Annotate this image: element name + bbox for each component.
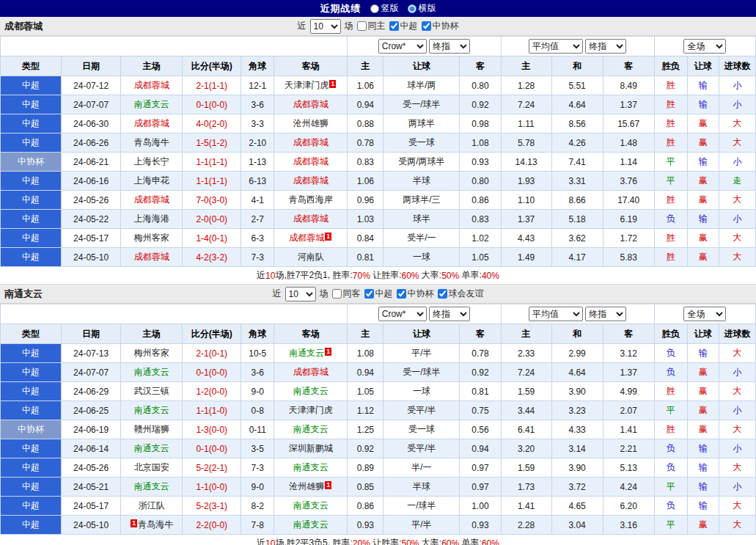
- home-team-link[interactable]: 成都蓉城: [134, 118, 169, 128]
- home-team-link[interactable]: 1青岛海牛: [130, 519, 173, 530]
- bookmaker-select[interactable]: Crow*: [378, 307, 427, 321]
- home-team-link[interactable]: 南通支云: [134, 367, 169, 377]
- score-link[interactable]: 1-1(0-0): [196, 482, 227, 492]
- layout-radio-horizontal[interactable]: 横版: [408, 2, 436, 15]
- cfa-cup-checkbox-input[interactable]: [422, 21, 431, 31]
- away-team-link[interactable]: 南通支云: [293, 386, 329, 396]
- same-away-checkbox-input[interactable]: [332, 289, 342, 299]
- score-cell: 4-0(2-0): [183, 114, 241, 133]
- score-link[interactable]: 4-2(3-2): [196, 252, 227, 263]
- horizontal-radio-input[interactable]: [408, 4, 416, 13]
- filter-checkbox-club-friendly[interactable]: 球会友谊: [438, 288, 484, 300]
- away-team-link[interactable]: 成都蓉城: [293, 367, 329, 377]
- away-team-link[interactable]: 成都蓉城: [293, 213, 329, 224]
- home-team-link[interactable]: 北京国安: [134, 462, 169, 472]
- score-link[interactable]: 1-1(1-1): [196, 157, 227, 167]
- score-link[interactable]: 1-4(0-1): [196, 233, 227, 244]
- away-team-link[interactable]: 南通支云: [293, 424, 329, 434]
- score-link[interactable]: 2-2(0-0): [196, 520, 227, 530]
- home-team-link[interactable]: 成都蓉城: [134, 252, 169, 262]
- home-team-link[interactable]: 上海长宁: [134, 156, 169, 167]
- home-team-link[interactable]: 南通支云: [134, 405, 169, 415]
- away-team-link[interactable]: 南通支云1: [289, 348, 332, 358]
- bookmaker-select[interactable]: Crow*: [378, 39, 427, 54]
- away-team-link[interactable]: 成都蓉城: [293, 156, 329, 167]
- score-link[interactable]: 0-1(0-0): [196, 367, 227, 378]
- home-team-link[interactable]: 成都蓉城: [134, 80, 169, 90]
- home-team-link[interactable]: 上海海港: [134, 213, 169, 224]
- score-cell: 0-1(0-0): [183, 439, 241, 458]
- europe-index-select[interactable]: 终指: [585, 39, 626, 54]
- recent-count-select[interactable]: 10: [310, 19, 341, 34]
- filter-checkbox-cfa-cup[interactable]: 中协杯: [397, 288, 434, 300]
- vertical-radio-input[interactable]: [370, 4, 379, 13]
- scope-select[interactable]: 全场: [683, 307, 726, 321]
- away-team-link[interactable]: 沧州雄狮: [293, 118, 329, 128]
- filter-checkbox-csl[interactable]: 中超: [364, 288, 393, 300]
- europe-average-select[interactable]: 平均值: [529, 307, 583, 321]
- score-link[interactable]: 1-1(1-0): [196, 406, 227, 416]
- europe-average-select[interactable]: 平均值: [529, 39, 583, 54]
- score-link[interactable]: 1-2(0-0): [196, 387, 227, 397]
- home-team-link[interactable]: 上海申花: [134, 175, 169, 186]
- home-team-link[interactable]: 赣州瑞狮: [134, 424, 169, 434]
- home-team-link[interactable]: 梅州客家: [134, 233, 169, 243]
- home-team-link[interactable]: 浙江队: [139, 500, 165, 511]
- europe-draw-odds-cell: 4.33: [551, 420, 603, 439]
- scope-select[interactable]: 全场: [683, 39, 726, 54]
- recent-count-select[interactable]: 10: [285, 287, 316, 301]
- score-link[interactable]: 2-0(0-0): [196, 214, 227, 224]
- score-link[interactable]: 2-1(1-1): [196, 81, 227, 91]
- match-row: 中超24-05-22上海海港2-0(0-0)2-7成都蓉城1.03球半0.831…: [1, 210, 756, 229]
- away-team-link[interactable]: 成都蓉城: [293, 175, 329, 186]
- filter-checkbox-cfa-cup[interactable]: 中协杯: [422, 20, 459, 32]
- home-team-link[interactable]: 南通支云: [134, 443, 169, 453]
- home-team-link[interactable]: 武汉三镇: [134, 386, 169, 396]
- away-team-link[interactable]: 青岛西海岸: [289, 194, 333, 205]
- handicap-index-select[interactable]: 终指: [429, 39, 470, 54]
- away-team-link[interactable]: 成都蓉城: [293, 137, 329, 147]
- layout-radio-vertical[interactable]: 竖版: [370, 2, 399, 15]
- score-link[interactable]: 0-1(0-0): [196, 444, 227, 454]
- score-link[interactable]: 1-1(1-1): [196, 176, 227, 186]
- score-link[interactable]: 7-0(3-0): [196, 195, 227, 205]
- europe-index-select[interactable]: 终指: [585, 307, 626, 321]
- europe-away-odds-cell: 1.72: [603, 229, 654, 248]
- handicap-index-select[interactable]: 终指: [429, 307, 470, 321]
- home-team-link[interactable]: 青岛海牛: [134, 137, 169, 147]
- handicap-home-odds-cell: 1.06: [348, 76, 383, 95]
- away-team-link[interactable]: 南通支云: [293, 462, 329, 472]
- csl-checkbox-input[interactable]: [364, 289, 374, 299]
- filter-checkbox-same-away[interactable]: 同客: [332, 288, 361, 300]
- score-link[interactable]: 4-0(2-0): [196, 119, 227, 129]
- away-team-link[interactable]: 南通支云: [293, 519, 329, 530]
- same-home-checkbox-input[interactable]: [357, 21, 367, 31]
- away-team-link[interactable]: 天津津门虎1: [285, 80, 337, 90]
- filter-checkbox-same-home[interactable]: 同主: [357, 20, 386, 32]
- home-team-link[interactable]: 南通支云: [134, 481, 169, 491]
- score-link[interactable]: 2-1(0-1): [196, 348, 227, 359]
- result-cell: 负: [654, 439, 687, 458]
- away-team-link[interactable]: 南通支云: [293, 500, 329, 511]
- cfa-cup-checkbox-input[interactable]: [397, 289, 406, 299]
- home-team-link[interactable]: 南通支云: [134, 99, 169, 109]
- home-team-link[interactable]: 梅州客家: [134, 348, 169, 358]
- score-link[interactable]: 5-2(3-1): [196, 501, 227, 511]
- score-link[interactable]: 5-2(2-1): [196, 463, 227, 473]
- away-team-link[interactable]: 深圳新鹏城: [289, 443, 333, 453]
- score-link[interactable]: 0-1(0-0): [196, 100, 227, 110]
- score-link[interactable]: 1-5(1-2): [196, 138, 227, 148]
- away-team-link[interactable]: 成都蓉城: [293, 99, 329, 109]
- filter-checkbox-csl[interactable]: 中超: [389, 20, 418, 32]
- away-team-link[interactable]: 天津津门虎: [289, 405, 333, 415]
- away-team-link[interactable]: 沧州雄狮1: [289, 481, 332, 491]
- away-team-link[interactable]: 成都蓉城1: [289, 233, 332, 243]
- home-team-link[interactable]: 成都蓉城: [134, 194, 169, 205]
- club-friendly-checkbox-input[interactable]: [438, 289, 447, 299]
- result-cell: 平: [654, 172, 687, 191]
- score-link[interactable]: 1-3(0-0): [196, 425, 227, 435]
- csl-checkbox-input[interactable]: [389, 21, 399, 31]
- league-type-cell: 中协杯: [1, 420, 62, 439]
- away-team-link[interactable]: 河南队: [298, 252, 324, 262]
- column-header-11: 客: [603, 56, 654, 76]
